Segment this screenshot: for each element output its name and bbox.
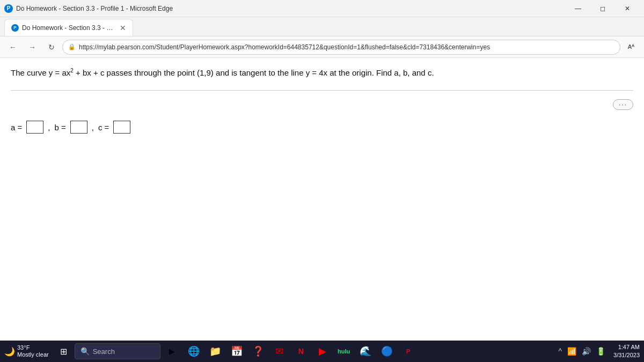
b-label: b = [54, 123, 65, 132]
taskbar-app-hulu[interactable]: hulu [334, 342, 354, 361]
taskbar-app-mail[interactable]: ✉ [270, 342, 289, 361]
tab-close-button[interactable]: ✕ [120, 24, 126, 32]
weather-icon: 🌙 [4, 346, 15, 357]
comma-1: , [48, 123, 50, 132]
tray-network-icon[interactable]: 📶 [566, 346, 578, 357]
active-tab[interactable]: P Do Homework - Section 3.3 - Profile 1 … [4, 19, 133, 36]
taskbar-app-edge[interactable]: 🌐 [184, 342, 203, 361]
taskbar-app-help[interactable]: ❓ [248, 342, 268, 361]
weather-desc: Mostly clear [17, 351, 49, 358]
search-icon: 🔍 [80, 347, 90, 356]
question-intro: The curve y = ax2 + bx + c passes throug… [11, 68, 434, 77]
divider [11, 90, 633, 91]
b-input[interactable] [70, 121, 87, 134]
c-label: c = [98, 123, 109, 132]
lock-icon: 🔒 [68, 43, 76, 50]
browser-favicon: P [4, 4, 13, 13]
back-button[interactable]: ← [4, 39, 21, 56]
weather-temp: 33°F [17, 344, 49, 351]
tab-title: Do Homework - Section 3.3 - Profile 1 - … [22, 24, 116, 32]
weather-widget[interactable]: 🌙 33°F Mostly clear [4, 344, 49, 358]
url-text: https://mylab.pearson.com/Student/Player… [79, 43, 614, 51]
taskbar-app-edge2[interactable]: 🌊 [356, 342, 375, 361]
address-bar[interactable]: 🔒 https://mylab.pearson.com/Student/Play… [62, 40, 620, 55]
a-input[interactable] [26, 121, 43, 134]
taskbar-app-netflix[interactable]: N [291, 342, 311, 361]
tray-expand-icon[interactable]: ^ [557, 346, 564, 357]
c-input[interactable] [113, 121, 130, 134]
window-controls: — ◻ ✕ [566, 0, 640, 17]
answer-row: a = , b = , c = [11, 121, 633, 134]
taskbar-app-widget[interactable]: ▶ [163, 342, 182, 361]
taskbar-search[interactable]: 🔍 Search [75, 343, 160, 359]
clock-time: 1:47 AM [613, 343, 640, 351]
taskbar-app-youtube[interactable]: ▶ [313, 342, 332, 361]
tray-battery-icon[interactable]: 🔋 [595, 346, 607, 357]
tab-favicon: P [11, 24, 19, 32]
tab-bar: P Do Homework - Section 3.3 - Profile 1 … [0, 17, 644, 36]
comma-2: , [92, 123, 94, 132]
taskbar: 🌙 33°F Mostly clear ⊞ 🔍 Search ▶ 🌐 📁 📅 ❓… [0, 341, 644, 362]
restore-button[interactable]: ◻ [590, 0, 615, 17]
window-title: Do Homework - Section 3.3 - Profile 1 - … [16, 5, 566, 12]
forward-button[interactable]: → [24, 39, 41, 56]
taskbar-app-file[interactable]: 📁 [206, 342, 225, 361]
title-bar: P Do Homework - Section 3.3 - Profile 1 … [0, 0, 644, 17]
clock-date: 3/31/2023 [613, 351, 640, 359]
reader-view-button[interactable]: Aᴬ [623, 39, 640, 56]
tray-volume-icon[interactable]: 🔊 [580, 346, 592, 357]
system-clock[interactable]: 1:47 AM 3/31/2023 [613, 343, 640, 360]
address-bar-row: ← → ↻ 🔒 https://mylab.pearson.com/Studen… [0, 36, 644, 58]
minimize-button[interactable]: — [566, 0, 590, 17]
question-text: The curve y = ax2 + bx + c passes throug… [11, 67, 633, 79]
taskbar-app-calendar[interactable]: 📅 [227, 342, 246, 361]
taskbar-app-pdf[interactable]: P [399, 342, 418, 361]
start-button[interactable]: ⊞ [55, 343, 72, 360]
refresh-button[interactable]: ↻ [43, 39, 60, 56]
taskbar-app-browser[interactable]: 🔵 [377, 342, 397, 361]
content-area: The curve y = ax2 + bx + c passes throug… [0, 58, 644, 341]
ellipsis-button[interactable]: ··· [613, 99, 633, 110]
close-button[interactable]: ✕ [615, 0, 640, 17]
system-tray: ^ 📶 🔊 🔋 [557, 346, 607, 357]
weather-text: 33°F Mostly clear [17, 344, 49, 358]
a-label: a = [11, 123, 22, 132]
search-label: Search [93, 348, 115, 356]
